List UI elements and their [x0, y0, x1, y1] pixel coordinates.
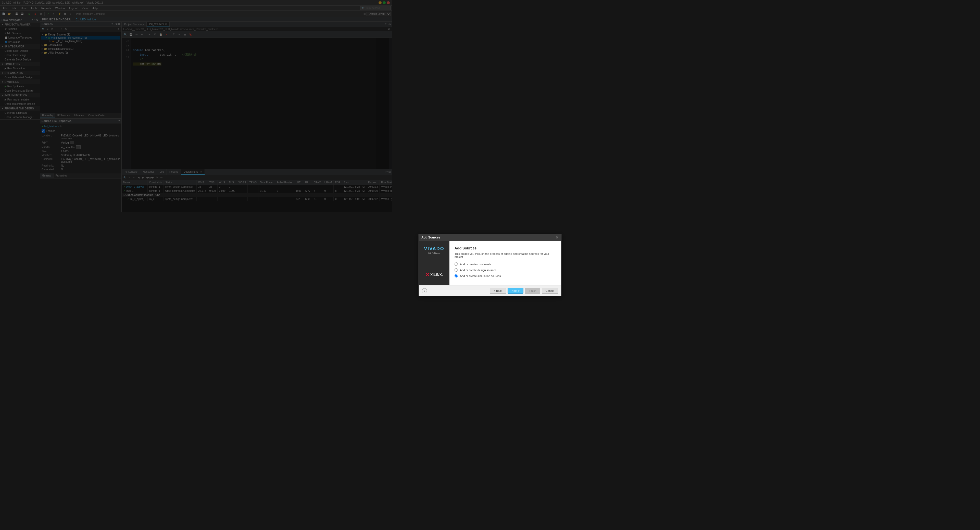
- modal-overlay: Add Sources ✕ VIVADO ML Editions ✕ XILIN…: [0, 0, 392, 212]
